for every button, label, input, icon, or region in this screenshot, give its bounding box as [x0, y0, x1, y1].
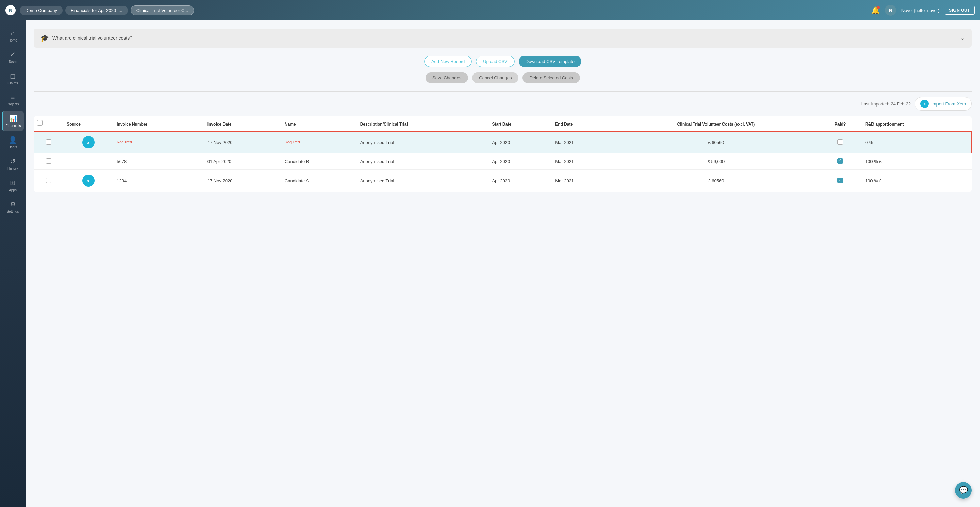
- graduation-cap-icon: 🎓: [40, 34, 49, 42]
- cell-end-date: Mar 2021: [552, 131, 614, 153]
- cell-costs: £ 60560: [614, 131, 819, 153]
- chevron-down-icon: ⌄: [960, 34, 965, 42]
- topbar-right: 🔔 N Novel (hello_novel) SIGN OUT: [871, 5, 975, 16]
- cell-invoice-date: 17 Nov 2020: [204, 170, 281, 192]
- main-content: 🎓 What are clinical trial volunteer cost…: [25, 21, 980, 507]
- cell-invoice-date: 17 Nov 2020: [204, 131, 281, 153]
- last-imported-label: Last Imported: 24 Feb 22: [861, 101, 911, 107]
- sidebar-label-projects: Projects: [6, 102, 19, 106]
- col-checkbox: [34, 116, 63, 131]
- sidebar-item-apps[interactable]: ⊞ Apps: [2, 175, 24, 195]
- table-row: x123417 Nov 2020Candidate AAnonymised Tr…: [34, 170, 972, 192]
- tab-clinical-trial[interactable]: Clinical Trial Volunteer C...: [130, 5, 194, 15]
- claims-icon: ◻: [10, 72, 16, 80]
- cell-source: x: [63, 131, 113, 153]
- financials-icon: 📊: [9, 114, 18, 123]
- home-icon: ⌂: [11, 29, 14, 37]
- paid-checkbox[interactable]: [837, 139, 843, 145]
- cell-start-date: Apr 2020: [488, 170, 552, 192]
- user-name: Novel (hello_novel): [901, 8, 939, 13]
- cell-invoice-number: 1234: [113, 170, 204, 192]
- sidebar-label-history: History: [8, 167, 18, 171]
- col-end-date: End Date: [552, 116, 614, 131]
- projects-icon: ≡: [11, 93, 15, 101]
- sidebar: ⌂ Home ✓ Tasks ◻ Claims ≡ Projects 📊 Fin…: [0, 21, 25, 507]
- col-paid: Paid?: [818, 116, 862, 131]
- sidebar-item-claims[interactable]: ◻ Claims: [2, 69, 24, 88]
- delete-selected-costs-button[interactable]: Delete Selected Costs: [522, 72, 580, 83]
- sidebar-item-tasks[interactable]: ✓ Tasks: [2, 47, 24, 67]
- import-row: Last Imported: 24 Feb 22 x Import From X…: [34, 97, 972, 111]
- avatar: N: [885, 5, 896, 16]
- tab-demo-company[interactable]: Demo Company: [20, 6, 63, 15]
- select-all-checkbox[interactable]: [37, 120, 43, 126]
- col-costs: Clinical Trial Volunteer Costs (excl. VA…: [614, 116, 819, 131]
- history-icon: ↺: [10, 157, 16, 165]
- col-rd: R&D apportionment: [862, 116, 972, 131]
- required-label: Required: [117, 140, 132, 145]
- cell-invoice-date: 01 Apr 2020: [204, 153, 281, 170]
- import-from-xero-button[interactable]: x Import From Xero: [915, 97, 972, 111]
- cell-rd-apportionment: 100 % £: [862, 170, 972, 192]
- cancel-changes-button[interactable]: Cancel Changes: [472, 72, 519, 83]
- cell-costs: £ 60560: [614, 170, 819, 192]
- download-csv-template-button[interactable]: Download CSV Template: [519, 56, 581, 67]
- cell-paid: [818, 131, 862, 153]
- sidebar-item-settings[interactable]: ⚙ Settings: [2, 197, 24, 217]
- sidebar-label-financials: Financials: [5, 124, 21, 128]
- sidebar-label-claims: Claims: [8, 81, 18, 85]
- sidebar-label-settings: Settings: [6, 210, 19, 214]
- paid-checkbox[interactable]: [837, 178, 843, 183]
- cell-rd-apportionment: 0 %: [862, 131, 972, 153]
- sidebar-label-home: Home: [8, 38, 18, 42]
- chat-button[interactable]: 💬: [955, 482, 972, 499]
- sidebar-item-home[interactable]: ⌂ Home: [2, 26, 24, 46]
- signout-button[interactable]: SIGN OUT: [945, 6, 975, 14]
- tasks-icon: ✓: [10, 50, 16, 59]
- cell-source: [63, 153, 113, 170]
- sidebar-item-history[interactable]: ↺ History: [2, 154, 24, 174]
- cell-rd-apportionment: 100 % £: [862, 153, 972, 170]
- sidebar-item-financials[interactable]: 📊 Financials: [2, 111, 24, 131]
- row-checkbox[interactable]: [46, 158, 51, 164]
- cell-costs: £ 59,000: [614, 153, 819, 170]
- sidebar-label-apps: Apps: [9, 188, 17, 192]
- cell-name: Required: [281, 131, 357, 153]
- cell-end-date: Mar 2021: [552, 153, 614, 170]
- xero-logo-icon: x: [921, 100, 929, 108]
- topbar: N Demo Company Financials for Apr 2020 -…: [0, 0, 980, 21]
- notification-bell[interactable]: 🔔: [871, 6, 880, 14]
- sidebar-item-projects[interactable]: ≡ Projects: [2, 90, 24, 110]
- cell-start-date: Apr 2020: [488, 131, 552, 153]
- import-from-xero-label: Import From Xero: [931, 101, 966, 107]
- cell-description: Anonymised Trial: [357, 153, 489, 170]
- action-row-2: Save Changes Cancel Changes Delete Selec…: [34, 72, 972, 83]
- cell-end-date: Mar 2021: [552, 170, 614, 192]
- col-invoice-number: Invoice Number: [113, 116, 204, 131]
- xero-source-icon: x: [82, 136, 95, 148]
- cell-source: x: [63, 170, 113, 192]
- cell-description: Anonymised Trial: [357, 170, 489, 192]
- row-checkbox[interactable]: [46, 139, 51, 145]
- save-changes-button[interactable]: Save Changes: [426, 72, 468, 83]
- sidebar-item-users[interactable]: 👤 Users: [2, 132, 24, 152]
- sidebar-label-tasks: Tasks: [8, 60, 18, 64]
- upload-csv-button[interactable]: Upload CSV: [476, 56, 515, 67]
- col-description: Description/Clinical Trial: [357, 116, 489, 131]
- row-checkbox[interactable]: [46, 178, 51, 183]
- sidebar-label-users: Users: [8, 145, 17, 149]
- cell-description: Anonymised Trial: [357, 131, 489, 153]
- cell-name: Candidate A: [281, 170, 357, 192]
- settings-icon: ⚙: [10, 200, 16, 208]
- cell-paid: [818, 170, 862, 192]
- add-new-record-button[interactable]: Add New Record: [424, 56, 472, 67]
- notification-dot: [877, 6, 880, 9]
- cell-paid: [818, 153, 862, 170]
- tab-financials[interactable]: Financials for Apr 2020 -...: [65, 6, 128, 15]
- col-invoice-date: Invoice Date: [204, 116, 281, 131]
- table-row: xRequired17 Nov 2020RequiredAnonymised T…: [34, 131, 972, 153]
- col-source: Source: [63, 116, 113, 131]
- cell-start-date: Apr 2020: [488, 153, 552, 170]
- paid-checkbox[interactable]: [837, 158, 843, 164]
- info-banner[interactable]: 🎓 What are clinical trial volunteer cost…: [34, 29, 972, 48]
